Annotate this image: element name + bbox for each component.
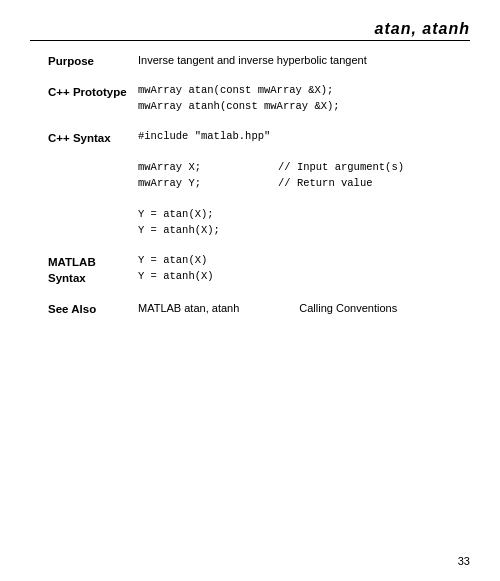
page-number: 33 <box>458 555 470 567</box>
matlab-syntax-content: Y = atan(X) Y = atanh(X) <box>138 253 470 285</box>
purpose-text: Inverse tangent and inverse hyperbolic t… <box>138 54 367 66</box>
cpp-syntax-atan: Y = atan(X); <box>138 207 470 223</box>
cpp-syntax-x: mwArray X; // Input argument(s) <box>138 160 470 176</box>
cpp-syntax-row: C++ Syntax #include "matlab.hpp" mwArray… <box>48 129 470 239</box>
cpp-syntax-label: C++ Syntax <box>48 129 138 146</box>
see-also-label: See Also <box>48 300 138 317</box>
cpp-syntax-blank1 <box>138 144 470 160</box>
cpp-syntax-x-decl: mwArray X; <box>138 160 278 176</box>
cpp-syntax-x-comment: // Input argument(s) <box>278 160 404 176</box>
purpose-content: Inverse tangent and inverse hyperbolic t… <box>138 52 470 69</box>
cpp-syntax-include: #include "matlab.hpp" <box>138 129 470 145</box>
page: atan, atanh Purpose Inverse tangent and … <box>0 0 500 581</box>
cpp-syntax-y-comment: // Return value <box>278 176 373 192</box>
matlab-syntax-row: MATLABSyntax Y = atan(X) Y = atanh(X) <box>48 253 470 286</box>
see-also-row: See Also MATLAB atan, atanh Calling Conv… <box>48 300 470 317</box>
cpp-prototype-row: C++ Prototype mwArray atan(const mwArray… <box>48 83 470 115</box>
cpp-syntax-blank2 <box>138 192 470 208</box>
top-rule <box>30 40 470 41</box>
cpp-prototype-line2: mwArray atanh(const mwArray &X); <box>138 99 470 115</box>
see-also-matlab: MATLAB atan, atanh <box>138 300 239 317</box>
see-also-content: MATLAB atan, atanh Calling Conventions <box>138 300 470 317</box>
purpose-label: Purpose <box>48 52 138 69</box>
cpp-syntax-content: #include "matlab.hpp" mwArray X; // Inpu… <box>138 129 470 239</box>
cpp-syntax-y-decl: mwArray Y; <box>138 176 278 192</box>
purpose-row: Purpose Inverse tangent and inverse hype… <box>48 52 470 69</box>
matlab-syntax-label: MATLABSyntax <box>48 253 138 286</box>
cpp-prototype-line1: mwArray atan(const mwArray &X); <box>138 83 470 99</box>
see-also-calling[interactable]: Calling Conventions <box>299 300 397 317</box>
content: Purpose Inverse tangent and inverse hype… <box>48 52 470 551</box>
matlab-syntax-atan: Y = atan(X) <box>138 253 470 269</box>
cpp-prototype-content: mwArray atan(const mwArray &X); mwArray … <box>138 83 470 115</box>
page-title: atan, atanh <box>375 20 470 38</box>
cpp-prototype-label: C++ Prototype <box>48 83 138 100</box>
matlab-syntax-atanh: Y = atanh(X) <box>138 269 470 285</box>
cpp-syntax-y: mwArray Y; // Return value <box>138 176 470 192</box>
cpp-syntax-atanh: Y = atanh(X); <box>138 223 470 239</box>
